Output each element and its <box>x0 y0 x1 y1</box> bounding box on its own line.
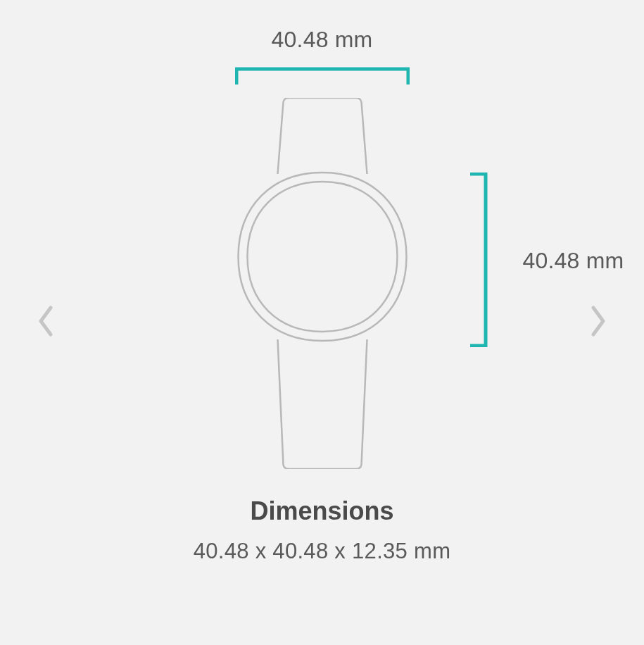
caption: Dimensions 40.48 x 40.48 x 12.35 mm <box>0 496 644 564</box>
width-bracket-icon <box>235 67 410 84</box>
dimensions-diagram: 40.48 mm 40.48 mm <box>129 14 516 493</box>
previous-button[interactable] <box>32 301 60 344</box>
caption-title: Dimensions <box>0 496 644 526</box>
next-button[interactable] <box>584 301 612 344</box>
chevron-left-icon <box>37 305 55 340</box>
height-bracket-icon <box>470 173 488 347</box>
chevron-right-icon <box>589 305 607 340</box>
watch-outline-icon <box>236 98 408 469</box>
height-measurement-label: 40.48 mm <box>523 248 624 274</box>
width-measurement-label: 40.48 mm <box>272 27 373 53</box>
caption-dimensions: 40.48 x 40.48 x 12.35 mm <box>0 539 644 564</box>
